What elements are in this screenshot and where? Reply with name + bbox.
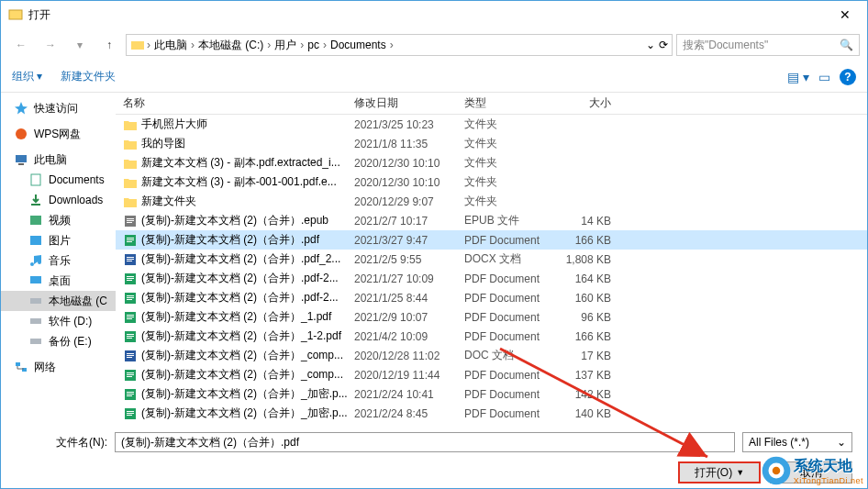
crumb-users[interactable]: 用户 bbox=[273, 38, 298, 53]
sidebar-desktop[interactable]: 桌面 bbox=[1, 271, 116, 291]
svg-rect-49 bbox=[127, 376, 132, 377]
file-row[interactable]: (复制)-新建文本文档 (2)（合并）_1-2.pdf2021/4/2 10:0… bbox=[116, 327, 867, 346]
svg-point-2 bbox=[16, 128, 27, 139]
svg-rect-21 bbox=[127, 241, 132, 242]
folder-icon bbox=[130, 38, 145, 52]
chevron-right-icon[interactable]: › bbox=[189, 39, 196, 51]
back-button[interactable]: ← bbox=[8, 34, 34, 56]
chevron-right-icon[interactable]: › bbox=[265, 39, 273, 51]
file-row[interactable]: (复制)-新建文本文档 (2)（合并）_加密.p...2021/2/24 10:… bbox=[116, 384, 867, 404]
svg-rect-20 bbox=[127, 239, 134, 240]
svg-rect-17 bbox=[127, 222, 132, 223]
filter-dropdown[interactable]: All Files (*.*) ⌄ bbox=[742, 432, 852, 452]
sidebar-thispc[interactable]: 此电脑 bbox=[1, 150, 116, 170]
file-rows[interactable]: 手机照片大师2021/3/25 10:23文件夹我的导图2021/1/8 11:… bbox=[116, 115, 867, 425]
svg-rect-52 bbox=[127, 394, 134, 395]
svg-rect-31 bbox=[127, 295, 134, 296]
crumb-documents[interactable]: Documents bbox=[328, 39, 388, 51]
sidebar-edrive[interactable]: 备份 (E:) bbox=[1, 331, 116, 351]
svg-rect-41 bbox=[127, 338, 132, 339]
sidebar-wps[interactable]: WPS网盘 bbox=[1, 124, 116, 144]
svg-rect-0 bbox=[9, 10, 22, 19]
sidebar-label: 图片 bbox=[49, 233, 71, 249]
svg-rect-3 bbox=[16, 155, 27, 162]
chevron-right-icon[interactable]: › bbox=[145, 39, 152, 51]
svg-rect-1 bbox=[131, 41, 144, 50]
sidebar-videos[interactable]: 视频 bbox=[1, 210, 116, 230]
svg-rect-6 bbox=[30, 216, 41, 225]
col-date[interactable]: 修改日期 bbox=[354, 95, 464, 111]
chevron-right-icon[interactable]: › bbox=[298, 39, 306, 51]
address-dropdown[interactable]: ⌄ bbox=[646, 39, 655, 51]
svg-rect-23 bbox=[127, 257, 134, 258]
file-row[interactable]: (复制)-新建文本文档 (2)（合并）_comp...2020/12/19 11… bbox=[116, 365, 867, 384]
col-type[interactable]: 类型 bbox=[464, 95, 565, 111]
sidebar-network[interactable]: 网络 bbox=[1, 357, 116, 377]
file-row[interactable]: (复制)-新建文本文档 (2)（合并）_加密.p...2021/2/24 8:4… bbox=[116, 404, 867, 423]
crumb-thispc[interactable]: 此电脑 bbox=[152, 38, 189, 53]
col-size[interactable]: 大小 bbox=[565, 95, 639, 111]
up-button[interactable]: ↑ bbox=[96, 34, 122, 56]
sidebar-label: 备份 (E:) bbox=[49, 334, 92, 350]
file-row[interactable]: (复制)-新建文本文档 (2)（合并）_comp...2020/12/28 11… bbox=[116, 346, 867, 365]
address-bar[interactable]: › 此电脑 › 本地磁盘 (C:) › 用户 › pc › Documents … bbox=[126, 34, 673, 56]
window-title: 打开 bbox=[28, 7, 830, 23]
newfolder-button[interactable]: 新建文件夹 bbox=[61, 69, 116, 84]
file-row[interactable]: (复制)-新建文本文档 (2)（合并）.pdf2021/3/27 9:47PDF… bbox=[116, 230, 867, 250]
file-row[interactable]: (复制)-新建文本文档 (2)（合并）.pdf_2...2021/2/5 9:5… bbox=[116, 250, 867, 269]
svg-rect-4 bbox=[18, 163, 24, 165]
svg-rect-28 bbox=[127, 278, 134, 279]
sidebar-pictures[interactable]: 图片 bbox=[1, 230, 116, 250]
help-icon[interactable]: ? bbox=[840, 69, 856, 85]
file-row[interactable]: (复制)-新建文本文档 (2)（合并）.pdf-2...2021/1/27 10… bbox=[116, 269, 867, 288]
bottom-panel: 文件名(N): All Files (*.*) ⌄ 打开(O) ▼ 取消 bbox=[1, 425, 867, 489]
file-row[interactable]: 新建文本文档 (3) - 副本-001-001.pdf.e...2020/12/… bbox=[116, 172, 867, 192]
sidebar-label: 视频 bbox=[49, 213, 71, 228]
filename-input[interactable] bbox=[115, 432, 735, 452]
cancel-button[interactable]: 取消 bbox=[770, 461, 852, 483]
sidebar-documents[interactable]: Documents bbox=[1, 170, 116, 190]
file-row[interactable]: (复制)-新建文本文档 (2)（合并）_1.pdf2021/2/9 10:07P… bbox=[116, 307, 867, 327]
column-headers: 名称 修改日期 类型 大小 bbox=[116, 93, 867, 115]
open-button[interactable]: 打开(O) ▼ bbox=[678, 461, 761, 483]
preview-button[interactable]: ▭ bbox=[818, 70, 830, 84]
svg-rect-44 bbox=[127, 355, 134, 356]
svg-rect-53 bbox=[127, 395, 132, 396]
forward-button[interactable]: → bbox=[38, 34, 63, 56]
file-list: 名称 修改日期 类型 大小 手机照片大师2021/3/25 10:23文件夹我的… bbox=[116, 93, 867, 425]
col-name[interactable]: 名称 bbox=[116, 95, 354, 111]
chevron-right-icon[interactable]: › bbox=[321, 39, 328, 51]
sidebar-music[interactable]: 音乐 bbox=[1, 250, 116, 271]
sidebar-quick[interactable]: 快速访问 bbox=[1, 98, 116, 118]
crumb-pc[interactable]: pc bbox=[306, 39, 321, 51]
file-row[interactable]: 手机照片大师2021/3/25 10:23文件夹 bbox=[116, 115, 867, 134]
sidebar-downloads[interactable]: Downloads bbox=[1, 190, 116, 210]
file-row[interactable]: 新建文本文档 (3) - 副本.pdf.extracted_i...2020/1… bbox=[116, 153, 867, 172]
crumb-cdrive[interactable]: 本地磁盘 (C:) bbox=[196, 38, 265, 53]
svg-rect-9 bbox=[30, 298, 41, 304]
recent-dropdown[interactable]: ▾ bbox=[67, 34, 93, 56]
svg-rect-51 bbox=[127, 392, 134, 393]
search-input[interactable]: 搜索"Documents" 🔍 bbox=[676, 34, 860, 56]
sidebar-label: 此电脑 bbox=[34, 152, 67, 168]
search-placeholder: 搜索"Documents" bbox=[683, 38, 840, 53]
sidebar-cdrive[interactable]: 本地磁盘 (C bbox=[1, 291, 116, 311]
svg-rect-47 bbox=[127, 372, 134, 373]
svg-rect-5 bbox=[31, 174, 40, 185]
file-row[interactable]: 新建文件夹2020/12/29 9:07文件夹 bbox=[116, 192, 867, 211]
navbar: ← → ▾ ↑ › 此电脑 › 本地磁盘 (C:) › 用户 › pc › Do… bbox=[1, 28, 867, 61]
refresh-button[interactable]: ⟳ bbox=[659, 39, 668, 51]
file-row[interactable]: (复制)-新建文本文档 (2)（合并）.pdf-2...2021/1/25 8:… bbox=[116, 288, 867, 307]
chevron-right-icon[interactable]: › bbox=[388, 39, 395, 51]
svg-rect-43 bbox=[127, 353, 134, 354]
view-button[interactable]: ▤ ▾ bbox=[787, 70, 809, 84]
organize-button[interactable]: 组织 ▾ bbox=[12, 69, 42, 84]
toolbar: 组织 ▾ 新建文件夹 ▤ ▾ ▭ ? bbox=[1, 61, 867, 93]
close-button[interactable]: ✕ bbox=[830, 4, 860, 26]
svg-rect-10 bbox=[30, 318, 41, 324]
sidebar-ddrive[interactable]: 软件 (D:) bbox=[1, 311, 116, 331]
svg-rect-55 bbox=[127, 411, 134, 412]
file-row[interactable]: 我的导图2021/1/8 11:35文件夹 bbox=[116, 134, 867, 153]
svg-rect-24 bbox=[127, 259, 134, 260]
file-row[interactable]: (复制)-新建文本文档 (2)（合并）.epub2021/2/7 10:17EP… bbox=[116, 211, 867, 230]
